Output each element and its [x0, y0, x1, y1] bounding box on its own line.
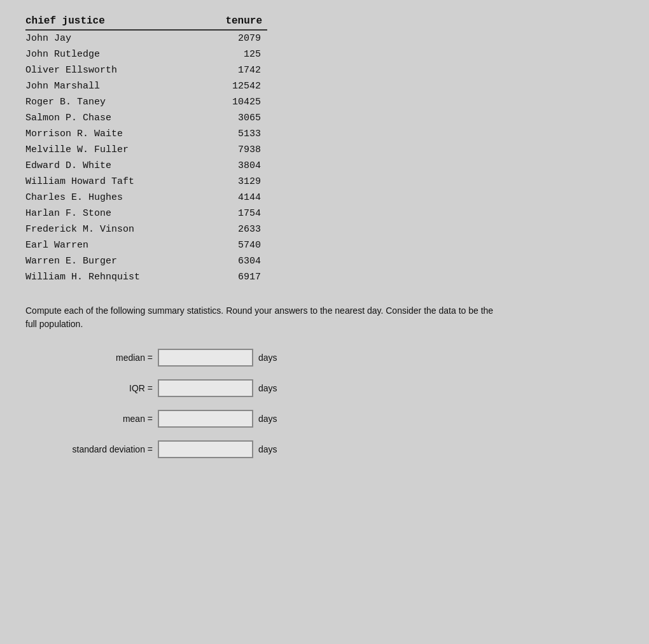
table-row: John Marshall12542: [25, 78, 267, 94]
mean-label: mean =: [51, 414, 153, 424]
iqr-unit: days: [258, 383, 277, 393]
chief-justice-name: Harlan F. Stone: [25, 206, 203, 221]
iqr-label: IQR =: [51, 383, 153, 393]
median-row: median = days: [51, 349, 624, 367]
chief-justice-name: Edward D. White: [25, 158, 203, 174]
table-row: Oliver Ellsworth1742: [25, 62, 267, 78]
table-row: Frederick M. Vinson2633: [25, 221, 267, 237]
chief-justice-name: Morrison R. Waite: [25, 126, 203, 142]
tenure-value: 3065: [203, 110, 268, 126]
chief-justice-name: Charles E. Hughes: [25, 190, 203, 206]
table-row: Morrison R. Waite5133: [25, 126, 267, 142]
chief-justice-table: chief justice tenure John Jay2079John Ru…: [25, 13, 267, 285]
tenure-value: 10425: [203, 94, 268, 110]
tenure-value: 5133: [203, 126, 268, 142]
chief-justice-name: John Jay: [25, 30, 203, 46]
chief-justice-name: Oliver Ellsworth: [25, 62, 203, 78]
table-row: Charles E. Hughes4144: [25, 190, 267, 206]
table-row: William Howard Taft3129: [25, 174, 267, 190]
chief-justice-name: William Howard Taft: [25, 174, 203, 190]
tenure-value: 7938: [203, 142, 268, 158]
tenure-value: 2079: [203, 30, 268, 46]
chief-justice-name: Melville W. Fuller: [25, 142, 203, 158]
chief-justice-name: William H. Rehnquist: [25, 269, 203, 285]
table-row: Melville W. Fuller7938: [25, 142, 267, 158]
std-input[interactable]: [158, 440, 253, 458]
iqr-row: IQR = days: [51, 379, 624, 397]
chief-justice-name: Warren E. Burger: [25, 253, 203, 269]
chief-justice-name: Frederick M. Vinson: [25, 221, 203, 237]
table-row: Roger B. Taney10425: [25, 94, 267, 110]
tenure-value: 6917: [203, 269, 268, 285]
chief-justice-name: Earl Warren: [25, 237, 203, 253]
tenure-value: 2633: [203, 221, 268, 237]
instructions-text: Compute each of the following summary st…: [25, 304, 503, 331]
mean-unit: days: [258, 414, 277, 424]
table-row: John Jay2079: [25, 30, 267, 46]
col-header-chief-justice: chief justice: [25, 13, 203, 30]
stats-section: median = days IQR = days mean = days sta…: [25, 349, 624, 458]
tenure-value: 1754: [203, 206, 268, 221]
table-row: Salmon P. Chase3065: [25, 110, 267, 126]
tenure-value: 125: [203, 46, 268, 62]
table-row: Warren E. Burger6304: [25, 253, 267, 269]
tenure-value: 4144: [203, 190, 268, 206]
median-unit: days: [258, 353, 277, 363]
table-row: Edward D. White3804: [25, 158, 267, 174]
tenure-value: 5740: [203, 237, 268, 253]
tenure-value: 3804: [203, 158, 268, 174]
tenure-value: 6304: [203, 253, 268, 269]
chief-justice-name: John Rutledge: [25, 46, 203, 62]
tenure-value: 1742: [203, 62, 268, 78]
tenure-value: 12542: [203, 78, 268, 94]
mean-input[interactable]: [158, 410, 253, 428]
chief-justice-name: John Marshall: [25, 78, 203, 94]
mean-row: mean = days: [51, 410, 624, 428]
tenure-value: 3129: [203, 174, 268, 190]
table-row: William H. Rehnquist6917: [25, 269, 267, 285]
std-row: standard deviation = days: [51, 440, 624, 458]
std-unit: days: [258, 444, 277, 454]
table-row: Earl Warren5740: [25, 237, 267, 253]
iqr-input[interactable]: [158, 379, 253, 397]
chief-justice-name: Salmon P. Chase: [25, 110, 203, 126]
table-row: Harlan F. Stone1754: [25, 206, 267, 221]
table-row: John Rutledge125: [25, 46, 267, 62]
chief-justice-name: Roger B. Taney: [25, 94, 203, 110]
col-header-tenure: tenure: [203, 13, 268, 30]
median-input[interactable]: [158, 349, 253, 367]
std-label: standard deviation =: [51, 444, 153, 454]
median-label: median =: [51, 353, 153, 363]
